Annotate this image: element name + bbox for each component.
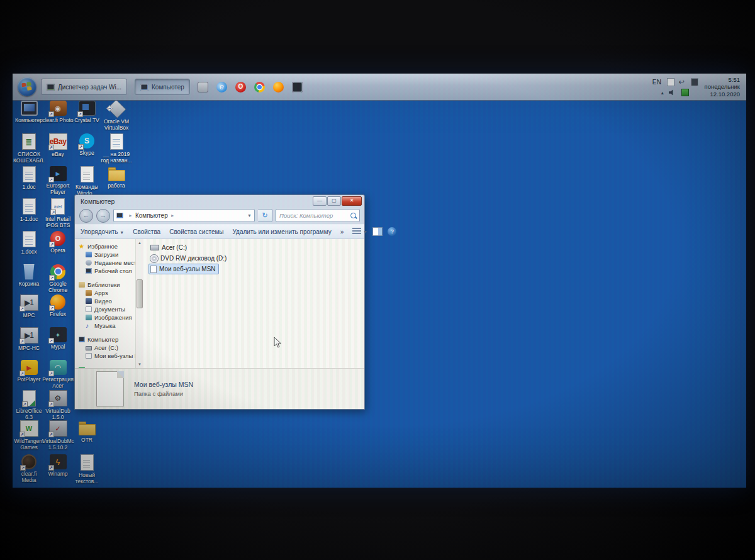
photo-icon: ↗ <box>50 101 67 116</box>
sidebar-item[interactable]: Acer (C:) <box>79 344 135 352</box>
sync-icon[interactable]: ↩ <box>679 78 686 86</box>
sidebar-item[interactable]: Apps <box>79 289 135 297</box>
firefox-icon: ↗ <box>50 294 65 310</box>
desktop-icon[interactable]: ↗clear.fi Media <box>14 454 43 483</box>
green-status-icon[interactable] <box>681 89 689 96</box>
search-input[interactable]: Поиск: Компьютер <box>276 209 360 222</box>
taskbar-button-1[interactable]: Диспетчер задач Wi... <box>41 79 127 95</box>
device-icon[interactable] <box>691 78 698 86</box>
desktop-icon[interactable]: ↗Eurosport Player <box>43 166 72 195</box>
sidebar-item[interactable]: Недавние места <box>79 259 135 267</box>
desktop-icon[interactable]: OTR <box>72 420 101 444</box>
scrollbar-thumb[interactable] <box>137 279 143 308</box>
desktop-icon[interactable]: Новый текстов... <box>72 454 101 484</box>
scroll-up-icon[interactable]: ▲ <box>138 239 142 247</box>
file-row[interactable]: Acer (C:) <box>148 242 190 253</box>
close-button[interactable]: ✕ <box>342 196 362 206</box>
help-icon[interactable]: ? <box>388 227 396 236</box>
preview-pane-icon[interactable] <box>372 227 383 236</box>
maximize-button[interactable]: ▢ <box>327 196 341 206</box>
desktop-icon[interactable]: ↗Winamp <box>43 454 72 478</box>
desktop-icon[interactable]: 1.docx <box>14 231 43 255</box>
desktop-icon[interactable]: ↗Регистрация Acer <box>43 360 72 389</box>
language-indicator[interactable]: EN <box>652 79 662 86</box>
desktop-icon[interactable]: ↗Intel Retail iPOS BTS 2012 <box>43 198 72 229</box>
file-name: DVD RW дисковод (D:) <box>160 255 226 262</box>
minimize-button[interactable]: — <box>313 196 327 206</box>
chrome-icon[interactable] <box>254 82 265 92</box>
desktop-icon[interactable]: СПИСОК КОШЕХАБЛ... <box>14 133 43 164</box>
sidebar-item[interactable]: Видео <box>79 297 135 305</box>
shortcut-arrow-icon: ↗ <box>49 305 55 311</box>
sidebar-section-1[interactable]: ★Избранное <box>79 242 135 250</box>
toolbar-item[interactable]: Упорядочить ▼ <box>81 228 124 235</box>
desktop-icon[interactable]: ↗PotPlayer <box>14 360 43 383</box>
desktop-icon[interactable]: ↗Mypal <box>43 327 72 350</box>
firefox-icon[interactable] <box>273 82 284 92</box>
clock-time: 5:51 <box>705 76 740 84</box>
sidebar-item[interactable]: Мои веб-узлы MS <box>79 352 135 360</box>
desktop-icon[interactable]: ↗eBay <box>43 133 72 158</box>
window-titlebar[interactable]: Компьютер — ▢ ✕ <box>75 195 364 207</box>
views-button[interactable]: ▼ <box>352 228 367 235</box>
sidebar-section-3[interactable]: Компьютер <box>79 335 135 344</box>
toolbar-item[interactable]: » <box>340 228 344 235</box>
back-button[interactable]: ← <box>79 209 93 223</box>
desktop-icon[interactable]: ↗MPC <box>14 294 43 319</box>
desktop-icon[interactable]: Команды Windo... <box>72 166 101 196</box>
desktop-icon[interactable]: Компьютер <box>14 101 43 124</box>
start-button[interactable] <box>18 77 36 96</box>
desktop-icon[interactable]: ↗LibreOffice 6.3 <box>14 390 43 420</box>
toolbar-item[interactable]: Свойства <box>133 228 160 235</box>
desktop-icon[interactable]: работа <box>102 166 131 189</box>
desktop-icon[interactable]: ↗Opera <box>43 231 72 254</box>
internet-explorer-icon[interactable]: e <box>216 82 227 92</box>
chevron-up-icon[interactable]: ▴ <box>661 90 664 96</box>
sidebar-item[interactable]: Рабочий стол <box>79 267 135 275</box>
opera-icon[interactable]: O <box>235 82 246 92</box>
sidebar-item[interactable]: Документы <box>79 305 135 313</box>
shortcut-arrow-icon: ↗ <box>78 144 84 150</box>
desktop-icon-label: 1.docx <box>13 249 45 255</box>
tray-clock[interactable]: 5:51 понедельник 12.10.2020 <box>705 76 740 98</box>
desktop-icon[interactable]: ↗MPC-HC <box>14 327 43 352</box>
sidebar-item[interactable]: Загрузки <box>79 250 135 259</box>
toolbar-item[interactable]: Свойства системы <box>169 228 223 235</box>
sidebar-section-2[interactable]: Библиотеки <box>79 281 135 289</box>
desktop-icon[interactable]: 1.doc <box>14 166 43 191</box>
scroll-down-icon[interactable]: ▼ <box>138 361 142 368</box>
file-row[interactable]: Мои веб-узлы MSN <box>148 264 219 274</box>
sidebar-item-label: Загрузки <box>94 251 118 258</box>
desktop-icon[interactable]: ↗VirtualDubMod 1.5.10.2 <box>43 420 72 451</box>
toolbar-item[interactable]: Удалить или изменить программу <box>233 228 332 235</box>
desktop-icon[interactable]: ↗VirtualDub 1.5.0 <box>43 390 72 420</box>
breadcrumb-dropdown-icon[interactable]: ▼ <box>247 213 252 218</box>
speaker-icon[interactable] <box>669 89 676 96</box>
tv-app-icon[interactable] <box>292 82 303 92</box>
desktop-icon <box>86 268 92 274</box>
desktop-icon-label: СПИСОК КОШЕХАБЛ... <box>13 152 45 164</box>
sidebar-scrollbar[interactable]: ▲ ▼ <box>135 239 143 368</box>
document-icon[interactable] <box>667 78 674 86</box>
desktop-icon[interactable]: Корзина <box>14 264 43 288</box>
desktop-icon[interactable]: ↗clear.fi Photo <box>43 101 72 124</box>
forward-button[interactable]: → <box>96 209 110 223</box>
desktop-icon[interactable]: ↗Oracle VM VirtualBox <box>102 101 131 131</box>
folder-icon <box>79 424 96 435</box>
taskbar-button-label: Диспетчер задач Wi... <box>58 84 121 91</box>
breadcrumb[interactable]: ► Компьютер ► ▼ <box>113 209 255 222</box>
sidebar-item[interactable]: Изображения <box>79 313 135 322</box>
desktop-icon[interactable]: ↗Google Chrome <box>43 264 72 293</box>
desktop-icon[interactable]: 1-1.doc <box>14 198 43 223</box>
sidebar-item[interactable]: ♪Музыка <box>79 322 135 330</box>
desktop-icon[interactable]: __ на 2019 год назван... <box>102 133 131 164</box>
breadcrumb-item[interactable]: Компьютер <box>135 212 168 219</box>
desktop-icon[interactable]: ↗Crystal TV <box>72 101 101 124</box>
desktop-icon[interactable]: ↗Firefox <box>43 294 72 318</box>
taskbar-button-2[interactable]: Компьютер <box>135 79 190 95</box>
desktop-icon[interactable]: ↗Skype <box>72 133 101 157</box>
media-app-icon[interactable] <box>198 82 208 92</box>
file-row[interactable]: DVD RW дисковод (D:) <box>148 253 230 264</box>
desktop-icon[interactable]: ↗WildTangent Games <box>14 420 43 451</box>
refresh-button[interactable]: ↻ <box>258 209 272 222</box>
